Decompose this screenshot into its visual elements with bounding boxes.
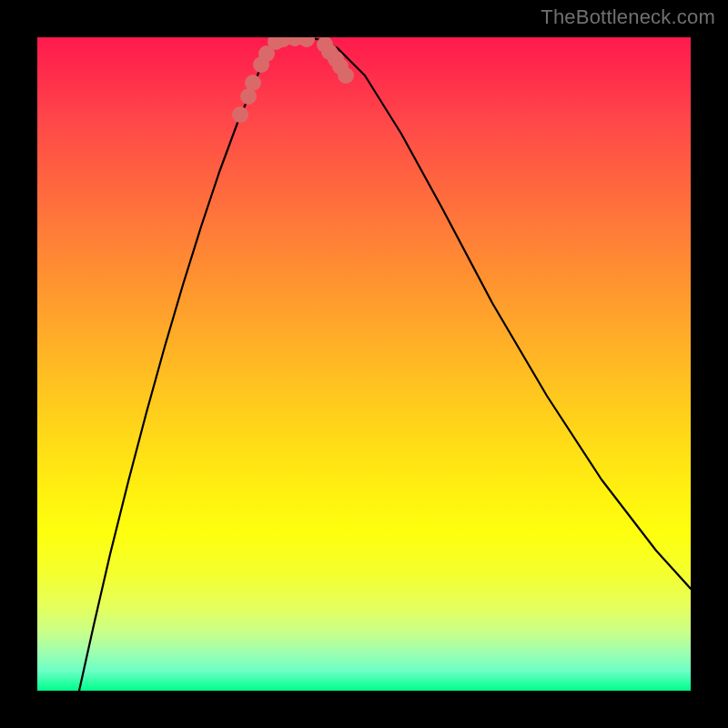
watermark-text: TheBottleneck.com [541, 5, 715, 29]
chart-frame: TheBottleneck.com [0, 0, 728, 728]
highlight-dots-right [338, 67, 354, 84]
curve-layer [37, 37, 691, 691]
highlight-dots-left [245, 75, 261, 91]
plot-area [37, 37, 691, 691]
bottleneck-curve [79, 37, 691, 691]
highlight-markers [232, 37, 354, 123]
highlight-dots-left [232, 106, 248, 123]
highlight-dots-bottom [298, 37, 315, 47]
